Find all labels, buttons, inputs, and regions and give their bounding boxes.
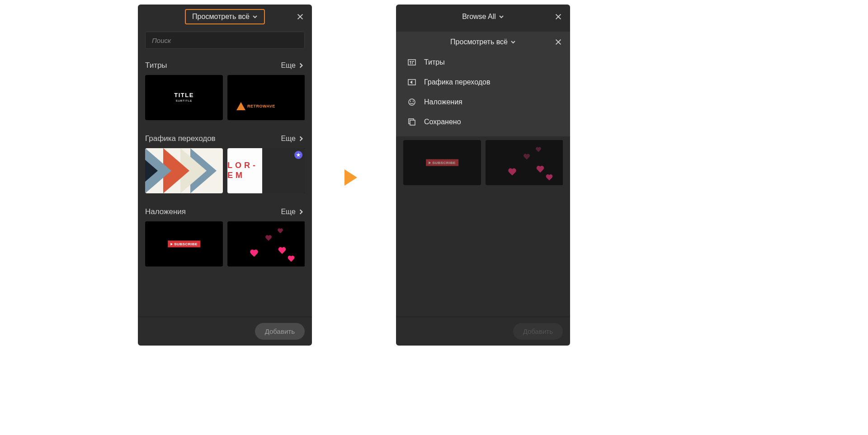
chevron-right-icon	[297, 62, 305, 69]
heart-icon	[278, 248, 287, 255]
heart-icon	[288, 256, 295, 263]
thumb-hearts	[486, 140, 563, 185]
triangle-icon	[236, 102, 245, 110]
panel-right: Browse All Просмотреть всё	[396, 5, 570, 346]
more-label: Еще	[281, 61, 296, 70]
dropdown-title-label: Просмотреть всё	[450, 38, 508, 46]
thumb-row-titles: TITLE SUBTITLE RETROWAVE	[145, 75, 305, 120]
chevron-right-icon	[297, 208, 305, 215]
title-main: TITLE	[174, 92, 194, 98]
title-sub: SUBTITLE	[174, 99, 194, 102]
browse-all-dropdown-menu: Просмотреть всё Титры Графика переходов	[396, 32, 570, 136]
thumb-subscribe[interactable]: SUBSCRIBE	[145, 221, 223, 267]
dropdown-title[interactable]: Просмотреть всё	[450, 38, 516, 46]
more-label: Еще	[281, 135, 296, 143]
subscribe-label: SUBSCRIBE	[174, 242, 198, 246]
heart-icon	[250, 250, 259, 258]
section-title-titles: Титры	[145, 61, 167, 70]
section-header-transitions: Графика переходов Еще	[145, 129, 305, 148]
panel-footer: Добавить	[396, 317, 570, 346]
menu-item-overlays[interactable]: Наложения	[396, 92, 570, 112]
chevron-down-icon	[499, 14, 504, 19]
title-text-block: TITLE SUBTITLE	[174, 92, 194, 102]
chevron-down-icon	[252, 14, 258, 19]
menu-item-transitions[interactable]: Графика переходов	[396, 72, 570, 92]
premium-star-icon	[294, 151, 302, 159]
thumb-hearts[interactable]	[227, 221, 305, 267]
chevron-right-icon	[297, 135, 305, 142]
retrowave-block: RETROWAVE	[236, 102, 275, 110]
subscribe-box: SUBSCRIBE	[168, 241, 200, 248]
transition-arrow-icon	[344, 169, 357, 186]
panel-left: Просмотреть всё Титры Еще	[138, 5, 312, 346]
panel-footer: Добавить	[138, 317, 312, 346]
saved-icon	[407, 117, 417, 127]
section-header-overlays: Наложения Еще	[145, 202, 305, 221]
search-wrap	[138, 29, 312, 56]
browse-all-label: Browse All	[462, 13, 496, 21]
svg-point-2	[409, 99, 415, 105]
svg-rect-0	[408, 60, 415, 65]
dropdown-header: Просмотреть всё	[396, 32, 570, 52]
menu-label: Сохранено	[424, 118, 461, 126]
transition-icon	[407, 77, 417, 87]
section-title-overlays: Наложения	[145, 207, 186, 216]
panel-header: Просмотреть всё	[138, 5, 312, 29]
retrowave-text: RETROWAVE	[247, 104, 275, 108]
browse-all-dropdown-button[interactable]: Просмотреть всё	[185, 9, 265, 24]
close-dropdown-button[interactable]	[553, 37, 564, 47]
menu-label: Наложения	[424, 98, 462, 106]
browse-all-label: Просмотреть всё	[192, 13, 250, 21]
svg-rect-6	[410, 120, 415, 125]
titles-icon	[407, 57, 417, 67]
section-title-transitions: Графика переходов	[145, 134, 216, 143]
browse-all-dropdown-button[interactable]: Browse All	[462, 13, 504, 21]
menu-item-saved[interactable]: Сохранено	[396, 112, 570, 132]
overlay-icon	[407, 97, 417, 107]
thumb-lorem[interactable]: LOR- EM	[227, 148, 305, 193]
more-button-overlays[interactable]: Еще	[281, 208, 305, 216]
thumb-title-basic[interactable]: TITLE SUBTITLE	[145, 75, 223, 120]
close-button[interactable]	[553, 11, 564, 22]
play-icon	[170, 243, 173, 245]
panel-header: Browse All	[396, 5, 570, 29]
menu-label: Графика переходов	[424, 78, 490, 86]
heart-icon	[265, 235, 272, 242]
subscribe-label: SUBSCRIBE	[432, 161, 456, 165]
thumb-retrowave[interactable]: RETROWAVE	[227, 75, 305, 120]
svg-point-4	[413, 101, 414, 102]
svg-point-3	[410, 101, 411, 102]
section-overlays: Наложения Еще SUBSCRIBE	[138, 202, 312, 276]
thumb-subscribe: SUBSCRIBE	[403, 140, 481, 185]
add-button[interactable]: Добавить	[513, 323, 563, 340]
section-header-titles: Титры Еще	[145, 56, 305, 75]
lorem-text: LOR- EM	[227, 161, 262, 180]
chevron-down-icon	[510, 39, 516, 45]
add-button[interactable]: Добавить	[255, 323, 305, 340]
thumb-chevrons[interactable]	[145, 148, 223, 193]
section-titles: Титры Еще TITLE SUBTITLE	[138, 56, 312, 129]
thumb-row-transitions: LOR- EM	[145, 148, 305, 193]
section-transitions: Графика переходов Еще	[138, 129, 312, 202]
content-scroll[interactable]: Титры Еще TITLE SUBTITLE	[138, 56, 312, 317]
menu-item-titles[interactable]: Титры	[396, 52, 570, 72]
search-input[interactable]	[145, 32, 305, 49]
more-label: Еще	[281, 208, 296, 216]
close-button[interactable]	[295, 11, 306, 22]
heart-icon	[277, 229, 283, 234]
menu-label: Титры	[424, 58, 445, 66]
thumb-row-overlays: SUBSCRIBE	[145, 221, 305, 267]
more-button-titles[interactable]: Еще	[281, 61, 305, 70]
more-button-transitions[interactable]: Еще	[281, 135, 305, 143]
